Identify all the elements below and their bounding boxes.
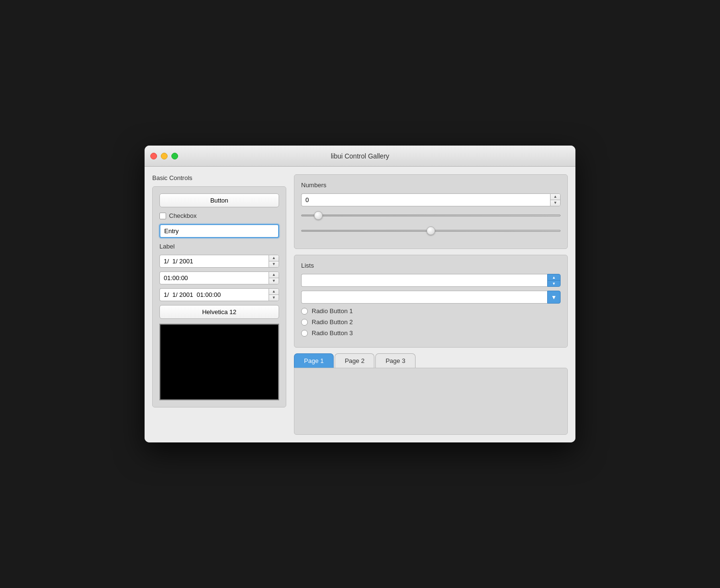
numbers-label: Numbers bbox=[301, 181, 561, 189]
label-control: Label bbox=[159, 243, 279, 250]
combobox1-row: ▲ ▼ bbox=[301, 274, 561, 287]
date-up-button[interactable]: ▲ bbox=[269, 255, 279, 261]
main-window: libui Control Gallery Basic Controls But… bbox=[145, 146, 575, 442]
right-panel: Numbers ▲ ▼ Lists bbox=[294, 174, 568, 435]
basic-controls-label: Basic Controls bbox=[152, 174, 286, 181]
checkbox-row: Checkbox bbox=[159, 212, 279, 219]
entry-input[interactable] bbox=[159, 224, 279, 238]
number-up-button[interactable]: ▲ bbox=[551, 194, 560, 200]
slider2[interactable] bbox=[301, 226, 561, 235]
basic-controls-box: Button Checkbox Label ▲ ▼ bbox=[152, 186, 286, 407]
number-input[interactable] bbox=[301, 193, 550, 206]
number-down-button[interactable]: ▼ bbox=[551, 200, 560, 206]
traffic-lights bbox=[150, 153, 178, 159]
button-control[interactable]: Button bbox=[159, 193, 279, 207]
time-spinner-row: ▲ ▼ bbox=[159, 271, 279, 284]
time-input[interactable] bbox=[159, 271, 269, 284]
dropdown2-row: ▼ bbox=[301, 291, 561, 304]
minimize-button[interactable] bbox=[161, 153, 168, 159]
color-box[interactable] bbox=[159, 324, 279, 400]
datetime-spinner-buttons: ▲ ▼ bbox=[269, 288, 279, 301]
radio-button-1[interactable] bbox=[301, 308, 308, 315]
number-spinner-buttons: ▲ ▼ bbox=[550, 193, 561, 206]
numbers-section: Numbers ▲ ▼ bbox=[294, 174, 568, 249]
radio-row-2: Radio Button 2 bbox=[301, 318, 561, 326]
titlebar: libui Control Gallery bbox=[145, 146, 575, 167]
checkbox-control[interactable] bbox=[159, 213, 166, 219]
time-down-button[interactable]: ▼ bbox=[269, 278, 279, 284]
date-down-button[interactable]: ▼ bbox=[269, 261, 279, 267]
dropdown2-button[interactable]: ▼ bbox=[547, 291, 561, 304]
content-area: Basic Controls Button Checkbox Label ▲ ▼ bbox=[145, 167, 575, 442]
datetime-spinner-row: ▲ ▼ bbox=[159, 288, 279, 301]
maximize-button[interactable] bbox=[171, 153, 178, 159]
tab-content bbox=[294, 368, 568, 435]
radio-label-3: Radio Button 3 bbox=[312, 329, 353, 337]
tab-page3[interactable]: Page 3 bbox=[375, 353, 415, 368]
time-up-button[interactable]: ▲ bbox=[269, 272, 279, 278]
date-input[interactable] bbox=[159, 255, 269, 268]
lists-label: Lists bbox=[301, 262, 561, 269]
combobox1-up-button[interactable]: ▲ bbox=[548, 274, 560, 281]
radio-group: Radio Button 1 Radio Button 2 Radio Butt… bbox=[301, 307, 561, 337]
close-button[interactable] bbox=[150, 153, 157, 159]
radio-label-2: Radio Button 2 bbox=[312, 318, 353, 326]
number-spinner-row: ▲ ▼ bbox=[301, 193, 561, 206]
radio-button-3[interactable] bbox=[301, 330, 308, 337]
datetime-up-button[interactable]: ▲ bbox=[269, 289, 279, 295]
combobox1-down-button[interactable]: ▼ bbox=[548, 281, 560, 286]
font-button[interactable]: Helvetica 12 bbox=[159, 305, 279, 319]
radio-button-2[interactable] bbox=[301, 319, 308, 326]
lists-section: Lists ▲ ▼ ▼ bbox=[294, 255, 568, 348]
slider2-container bbox=[301, 226, 561, 237]
datetime-down-button[interactable]: ▼ bbox=[269, 295, 279, 301]
radio-row-1: Radio Button 1 bbox=[301, 307, 561, 315]
left-panel: Basic Controls Button Checkbox Label ▲ ▼ bbox=[152, 174, 286, 435]
window-title: libui Control Gallery bbox=[331, 152, 389, 160]
date-spinner-row: ▲ ▼ bbox=[159, 255, 279, 268]
time-spinner-buttons: ▲ ▼ bbox=[269, 271, 279, 284]
combobox1-input[interactable] bbox=[301, 274, 547, 287]
dropdown2-input[interactable] bbox=[301, 291, 547, 304]
tabs-area: Page 1 Page 2 Page 3 bbox=[294, 353, 568, 435]
radio-row-3: Radio Button 3 bbox=[301, 329, 561, 337]
tab-page2[interactable]: Page 2 bbox=[335, 353, 374, 368]
checkbox-label: Checkbox bbox=[169, 212, 197, 219]
radio-label-1: Radio Button 1 bbox=[312, 307, 353, 315]
tab-page1[interactable]: Page 1 bbox=[294, 353, 334, 368]
slider1-container bbox=[301, 211, 561, 222]
tab-bar: Page 1 Page 2 Page 3 bbox=[294, 353, 568, 368]
slider1[interactable] bbox=[301, 211, 561, 220]
date-spinner-buttons: ▲ ▼ bbox=[269, 255, 279, 268]
datetime-input[interactable] bbox=[159, 288, 269, 301]
